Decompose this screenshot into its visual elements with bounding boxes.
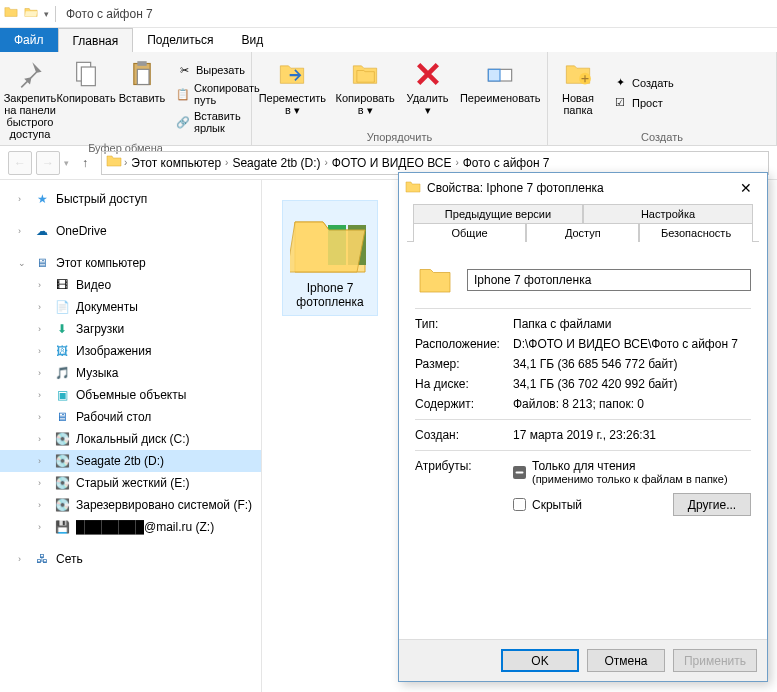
shortcut-icon: 🔗	[176, 114, 190, 130]
dialog-body: Тип:Папка с файлами Расположение:D:\ФОТО…	[399, 242, 767, 639]
nav-history-dropdown[interactable]: ▾	[64, 158, 69, 168]
window-titlebar: ▾ Фото с айфон 7	[0, 0, 777, 28]
group-new-label: Создать	[554, 129, 770, 143]
netdrive-icon: 💾	[54, 519, 70, 535]
delete-button[interactable]: Удалить ▾	[404, 56, 452, 129]
ok-button[interactable]: OK	[501, 649, 579, 672]
nav-network[interactable]: ›🖧Сеть	[0, 548, 261, 570]
newfolder-button[interactable]: Новая папка	[554, 56, 602, 129]
tab-access[interactable]: Доступ	[526, 223, 639, 242]
crumb-folder2[interactable]: Фото с айфон 7	[461, 156, 552, 170]
drive-icon: 💽	[54, 453, 70, 469]
name-field[interactable]	[467, 269, 751, 291]
computer-icon: 🖥	[34, 255, 50, 271]
dialog-title: Свойства: Iphone 7 фотопленка	[427, 181, 725, 195]
folder-item[interactable]: Iphone 7 фотопленка	[282, 200, 378, 316]
desktop-icon: 🖥	[54, 409, 70, 425]
cancel-button[interactable]: Отмена	[587, 649, 665, 672]
dialog-tabs: Предыдущие версии Настройка Общие Доступ…	[407, 203, 759, 242]
breadcrumb[interactable]: › Этот компьютер› Seagate 2tb (D:)› ФОТО…	[101, 151, 769, 175]
crumb-folder1[interactable]: ФОТО И ВИДЕО ВСЕ	[330, 156, 454, 170]
newfolder-icon	[562, 58, 594, 90]
nav-thispc[interactable]: ⌄🖥Этот компьютер	[0, 252, 261, 274]
paste-button[interactable]: Вставить	[118, 56, 166, 140]
video-icon: 🎞	[54, 277, 70, 293]
copyto-icon	[349, 58, 381, 90]
nav-local-c[interactable]: ›💽Локальный диск (C:)	[0, 428, 261, 450]
readonly-checkbox[interactable]	[513, 466, 526, 479]
pin-quickaccess-button[interactable]: Закрепить на панели быстрого доступа	[6, 56, 54, 140]
nav-video[interactable]: ›🎞Видео	[0, 274, 261, 296]
cube-icon: ▣	[54, 387, 70, 403]
value-type: Папка с файлами	[513, 317, 751, 331]
tab-general[interactable]: Общие	[413, 223, 526, 242]
nav-onedrive[interactable]: ›☁OneDrive	[0, 220, 261, 242]
pastelink-button[interactable]: 🔗Вставить ярлык	[174, 109, 264, 135]
dialog-titlebar[interactable]: Свойства: Iphone 7 фотопленка ✕	[399, 173, 767, 203]
drive-icon: 💽	[54, 497, 70, 513]
readonly-label: Только для чтения	[532, 459, 728, 473]
label-attributes: Атрибуты:	[415, 459, 513, 473]
folder-large-icon	[415, 260, 455, 300]
svg-rect-4	[137, 69, 149, 84]
rename-icon	[484, 58, 516, 90]
music-icon: 🎵	[54, 365, 70, 381]
dialog-footer: OK Отмена Применить	[399, 639, 767, 681]
crumb-drive[interactable]: Seagate 2tb (D:)	[230, 156, 322, 170]
nav-music[interactable]: ›🎵Музыка	[0, 362, 261, 384]
nav-quickaccess[interactable]: ›★Быстрый доступ	[0, 188, 261, 210]
drive-icon: 💽	[54, 475, 70, 491]
moveto-button[interactable]: Переместить в ▾	[258, 56, 327, 129]
value-location: D:\ФОТО И ВИДЕО ВСЕ\Фото с айфон 7	[513, 337, 751, 351]
nav-desktop[interactable]: ›🖥Рабочий стол	[0, 406, 261, 428]
svg-rect-6	[489, 69, 501, 81]
nav-old-e[interactable]: ›💽Старый жесткий (E:)	[0, 472, 261, 494]
create-button[interactable]: ✦Создать	[610, 74, 676, 92]
nav-mailru-z[interactable]: ›💾████████@mail.ru (Z:)	[0, 516, 261, 538]
tab-security[interactable]: Безопасность	[639, 223, 752, 242]
label-ondisk: На диске:	[415, 377, 513, 391]
easy-button[interactable]: ☑Прост	[610, 94, 676, 112]
nav-seagate-d[interactable]: ›💽Seagate 2tb (D:)	[0, 450, 261, 472]
moveto-icon	[276, 58, 308, 90]
label-size: Размер:	[415, 357, 513, 371]
copypath-button[interactable]: 📋Скопировать путь	[174, 81, 264, 107]
nav-up-button[interactable]: ↑	[73, 151, 97, 175]
tab-customize[interactable]: Настройка	[583, 204, 753, 223]
rename-button[interactable]: Переименовать	[460, 56, 541, 129]
cut-button[interactable]: ✂Вырезать	[174, 61, 264, 79]
nav-reserved-f[interactable]: ›💽Зарезервировано системой (F:)	[0, 494, 261, 516]
close-button[interactable]: ✕	[731, 176, 761, 200]
label-created: Создан:	[415, 428, 513, 442]
folder-open-icon	[24, 5, 38, 22]
cut-icon: ✂	[176, 62, 192, 78]
tab-view[interactable]: Вид	[227, 28, 277, 52]
nav-pictures[interactable]: ›🖼Изображения	[0, 340, 261, 362]
copy-button[interactable]: Копировать	[62, 56, 110, 140]
qat-dropdown-icon[interactable]: ▾	[44, 9, 49, 19]
nav-3dobjects[interactable]: ›▣Объемные объекты	[0, 384, 261, 406]
copypath-icon: 📋	[176, 86, 190, 102]
nav-back-button[interactable]: ←	[8, 151, 32, 175]
nav-docs[interactable]: ›📄Документы	[0, 296, 261, 318]
readonly-checkbox-row: Только для чтения (применимо только к фа…	[513, 459, 751, 485]
copyto-button[interactable]: Копировать в ▾	[335, 56, 396, 129]
tab-previous-versions[interactable]: Предыдущие версии	[413, 204, 583, 223]
cloud-icon: ☁	[34, 223, 50, 239]
folder-icon	[4, 5, 18, 22]
nav-forward-button[interactable]: →	[36, 151, 60, 175]
tab-home[interactable]: Главная	[58, 28, 134, 52]
others-button[interactable]: Другие...	[673, 493, 751, 516]
label-contains: Содержит:	[415, 397, 513, 411]
hidden-checkbox[interactable]	[513, 498, 526, 511]
tab-file[interactable]: Файл	[0, 28, 58, 52]
tab-share[interactable]: Поделиться	[133, 28, 227, 52]
properties-dialog: Свойства: Iphone 7 фотопленка ✕ Предыдущ…	[398, 172, 768, 682]
paste-icon	[126, 58, 158, 90]
create-icon: ✦	[612, 75, 628, 91]
nav-downloads[interactable]: ›⬇Загрузки	[0, 318, 261, 340]
ribbon: Закрепить на панели быстрого доступа Коп…	[0, 52, 777, 146]
drive-icon: 💽	[54, 431, 70, 447]
crumb-thispc[interactable]: Этот компьютер	[129, 156, 223, 170]
apply-button[interactable]: Применить	[673, 649, 757, 672]
